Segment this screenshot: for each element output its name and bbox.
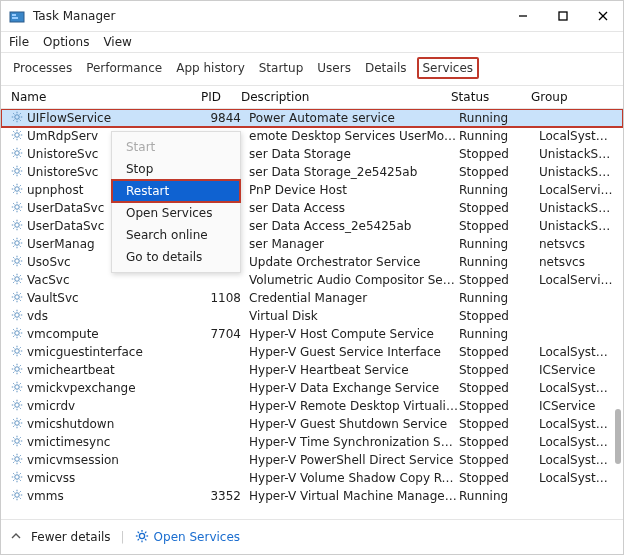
col-description[interactable]: Description (241, 90, 451, 104)
svg-line-96 (20, 275, 21, 276)
table-row[interactable]: vmms3352Hyper-V Virtual Machine Manageme… (1, 487, 623, 505)
services-grid[interactable]: UIFlowService9844Power Automate serviceR… (1, 109, 623, 507)
tab-services[interactable]: Services (417, 57, 480, 79)
table-row[interactable]: UIFlowService9844Power Automate serviceR… (1, 109, 623, 127)
open-services-link[interactable]: Open Services (135, 529, 240, 546)
service-icon (11, 363, 23, 378)
svg-point-187 (15, 474, 20, 479)
table-row[interactable]: vmicrdvHyper-V Remote Desktop Virtualiza… (1, 397, 623, 415)
table-row[interactable]: vmicvmsessionHyper-V PowerShell Direct S… (1, 451, 623, 469)
svg-line-220 (145, 539, 146, 540)
svg-line-176 (13, 443, 14, 444)
table-row[interactable]: vmickvpexchangeHyper-V Data Exchange Ser… (1, 379, 623, 397)
table-row[interactable]: UmRdpServemote Desktop Services UserMode… (1, 127, 623, 145)
table-row[interactable]: vmcompute7704Hyper-V Host Compute Servic… (1, 325, 623, 343)
table-row[interactable]: vmicheartbeatHyper-V Heartbeat ServiceSt… (1, 361, 623, 379)
col-status[interactable]: Status (451, 90, 531, 104)
window: Task Manager File Options View Processes… (0, 0, 624, 555)
service-name: vmicvmsession (27, 453, 119, 467)
service-icon (11, 309, 23, 324)
svg-line-139 (20, 371, 21, 372)
svg-line-30 (13, 149, 14, 150)
service-name: vmickvpexchange (27, 381, 136, 395)
svg-line-21 (13, 131, 14, 132)
svg-line-105 (20, 293, 21, 294)
svg-line-113 (13, 317, 14, 318)
service-status: Running (459, 237, 539, 251)
service-status: Stopped (459, 309, 539, 323)
tab-details[interactable]: Details (361, 59, 411, 77)
service-description: Hyper-V Guest Shutdown Service (249, 417, 459, 431)
service-description: PnP Device Host (249, 183, 459, 197)
service-group: UnistackSvcGro... (539, 165, 623, 179)
svg-line-184 (20, 461, 21, 462)
svg-rect-2 (12, 17, 18, 19)
table-row[interactable]: UnistoreSvcser Data StorageStoppedUnista… (1, 145, 623, 163)
col-group[interactable]: Group (531, 90, 623, 104)
svg-line-202 (20, 497, 21, 498)
tab-app-history[interactable]: App history (172, 59, 249, 77)
ctx-stop[interactable]: Stop (112, 158, 240, 180)
table-row[interactable]: UnistoreSvcser Data Storage_2e5425abStop… (1, 163, 623, 181)
service-name: UnistoreSvc (27, 147, 98, 161)
table-row[interactable]: vmicguestinterfaceHyper-V Guest Service … (1, 343, 623, 361)
svg-line-193 (20, 479, 21, 480)
svg-line-94 (20, 281, 21, 282)
service-pid: 7704 (201, 327, 249, 341)
table-row[interactable]: VaultSvc1108Credential ManagerRunning (1, 289, 623, 307)
col-name[interactable]: Name (1, 90, 201, 104)
table-row[interactable]: vmicvssHyper-V Volume Shadow Copy Reque.… (1, 469, 623, 487)
table-row[interactable]: UserDataSvcser Data Access_2e5425abStopp… (1, 217, 623, 235)
table-row[interactable]: UsoSvc12696Update Orchestrator ServiceRu… (1, 253, 623, 271)
service-name: upnphost (27, 183, 83, 197)
maximize-button[interactable] (543, 1, 583, 31)
table-row[interactable]: VacSvcVolumetric Audio Compositor Servic… (1, 271, 623, 289)
svg-line-201 (13, 491, 14, 492)
svg-line-104 (13, 299, 14, 300)
table-row[interactable]: UserManagser ManagerRunningnetsvcs (1, 235, 623, 253)
svg-line-76 (20, 245, 21, 246)
svg-point-7 (15, 114, 20, 119)
tab-startup[interactable]: Startup (255, 59, 308, 77)
service-description: emote Desktop Services UserMode ... (249, 129, 459, 143)
svg-line-69 (20, 221, 21, 222)
table-row[interactable]: vdsVirtual DiskStopped (1, 307, 623, 325)
service-icon (11, 147, 23, 162)
fewer-details-link[interactable]: Fewer details (31, 530, 111, 544)
menu-view[interactable]: View (103, 35, 131, 49)
table-row[interactable]: vmictimesyncHyper-V Time Synchronization… (1, 433, 623, 451)
table-row[interactable]: upnphostPnP Device HostRunningLocalServi… (1, 181, 623, 199)
menu-options[interactable]: Options (43, 35, 89, 49)
service-pid: 9844 (201, 111, 249, 125)
close-button[interactable] (583, 1, 623, 31)
ctx-go-to-details[interactable]: Go to details (112, 246, 240, 268)
table-row[interactable]: VSSVolume Shadow CopyStopped (1, 505, 623, 507)
tab-performance[interactable]: Performance (82, 59, 166, 77)
col-pid[interactable]: PID (201, 90, 241, 104)
scrollbar-thumb[interactable] (615, 409, 621, 464)
service-description: Hyper-V PowerShell Direct Service (249, 453, 459, 467)
tab-processes[interactable]: Processes (9, 59, 76, 77)
svg-line-114 (20, 311, 21, 312)
ctx-restart[interactable]: Restart (112, 180, 240, 202)
service-group: ICService (539, 399, 623, 413)
table-row[interactable]: vmicshutdownHyper-V Guest Shutdown Servi… (1, 415, 623, 433)
service-name: UserDataSvc (27, 219, 104, 233)
svg-point-16 (15, 132, 20, 137)
minimize-button[interactable] (503, 1, 543, 31)
service-name: vds (27, 309, 48, 323)
table-row[interactable]: UserDataSvcser Data AccessStoppedUnistac… (1, 199, 623, 217)
svg-point-25 (15, 150, 20, 155)
ctx-search-online[interactable]: Search online (112, 224, 240, 246)
svg-line-166 (20, 425, 21, 426)
svg-line-42 (20, 167, 21, 168)
svg-line-22 (20, 137, 21, 138)
svg-rect-1 (12, 14, 16, 16)
svg-line-147 (13, 383, 14, 384)
tab-users[interactable]: Users (313, 59, 355, 77)
service-status: Stopped (459, 273, 539, 287)
menu-file[interactable]: File (9, 35, 29, 49)
service-status: Stopped (459, 399, 539, 413)
ctx-open-services[interactable]: Open Services (112, 202, 240, 224)
svg-line-95 (13, 281, 14, 282)
